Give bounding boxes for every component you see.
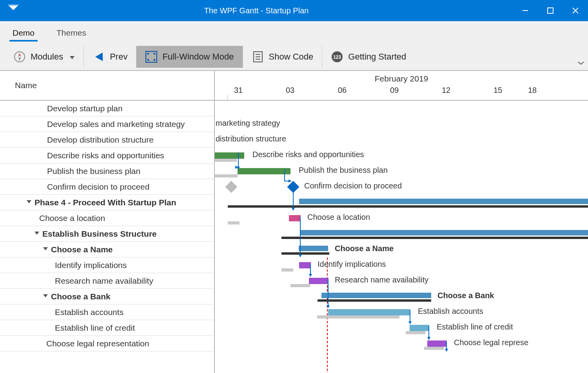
- bar-label: Confirm decision to proceed: [304, 181, 402, 190]
- tab-demo[interactable]: Demo: [9, 24, 38, 41]
- baseline-bar: [281, 268, 293, 272]
- full-window-mode-button[interactable]: Full-Window Mode: [136, 46, 243, 68]
- task-row[interactable]: Develop startup plan: [0, 101, 214, 116]
- svg-rect-3: [548, 8, 553, 13]
- close-button[interactable]: [563, 0, 588, 21]
- summary-baseline: [228, 205, 588, 208]
- baseline-bar: [424, 347, 444, 350]
- task-rows: Develop startup plan Develop sales and m…: [0, 101, 214, 373]
- task-row[interactable]: Identify implications: [0, 257, 214, 273]
- task-row[interactable]: Publish the business plan: [0, 163, 214, 179]
- numbers-badge-icon: 123: [331, 51, 343, 63]
- bar-label: Establish line of credit: [437, 322, 513, 331]
- milestone[interactable]: [287, 181, 299, 193]
- svg-marker-9: [70, 56, 74, 59]
- expander-icon[interactable]: [34, 232, 39, 235]
- getting-started-button[interactable]: 123 Getting Started: [322, 46, 415, 68]
- quick-access-dropdown-icon[interactable]: [8, 5, 19, 14]
- task-row-summary[interactable]: Choose a Bank: [0, 289, 214, 304]
- baseline-bar: [406, 331, 425, 334]
- bar-label: Choose legal represe: [454, 338, 528, 347]
- modules-label: Modules: [31, 52, 63, 62]
- gantt-chart[interactable]: February 2019 31 03 06 09 12 15 18 marke…: [215, 71, 588, 373]
- svg-marker-8: [18, 57, 21, 61]
- toolbar: Modules Prev Full-Window Mode Show Code …: [0, 43, 588, 71]
- fullscreen-icon: [145, 51, 158, 63]
- task-row[interactable]: Confirm decision to proceed: [0, 179, 214, 195]
- task-row[interactable]: Describe risks and opportunities: [0, 148, 214, 163]
- svg-text:123: 123: [333, 54, 341, 60]
- task-row[interactable]: Choose a location: [0, 210, 214, 226]
- summary-bar[interactable]: [299, 199, 588, 204]
- summary-bar[interactable]: [321, 293, 431, 298]
- svg-marker-7: [18, 53, 21, 57]
- baseline-bar: [215, 159, 237, 162]
- minimize-button[interactable]: [513, 0, 538, 21]
- maximize-button[interactable]: [538, 0, 563, 21]
- bar-label: Choose a Name: [335, 244, 394, 253]
- task-bar[interactable]: [427, 340, 447, 347]
- task-bar[interactable]: [238, 168, 290, 174]
- window-title: The WPF Gantt - Startup Plan: [0, 6, 513, 15]
- svg-marker-14: [147, 58, 150, 61]
- show-code-label: Show Code: [269, 52, 314, 62]
- prev-button[interactable]: Prev: [84, 46, 136, 68]
- summary-baseline: [281, 237, 588, 239]
- bar-label: Choose a Bank: [437, 291, 494, 300]
- title-bar: The WPF Gantt - Startup Plan: [0, 0, 588, 21]
- day-cell: 06: [330, 86, 354, 100]
- summary-bar[interactable]: [300, 230, 588, 235]
- task-bar[interactable]: [309, 278, 328, 284]
- task-row-summary[interactable]: Phase 4 - Proceed With Startup Plan: [0, 195, 214, 210]
- bar-label: Describe risks and opportunities: [252, 150, 364, 159]
- svg-marker-13: [153, 53, 155, 55]
- task-bar[interactable]: [299, 262, 311, 268]
- svg-marker-0: [9, 5, 18, 10]
- baseline-bar: [215, 174, 238, 177]
- task-bar[interactable]: [328, 309, 410, 315]
- bar-label: distribution structure: [216, 134, 286, 143]
- task-bar[interactable]: [410, 325, 429, 331]
- expander-icon[interactable]: [43, 247, 48, 250]
- bar-label: Establish accounts: [418, 307, 483, 316]
- task-row-summary[interactable]: Choose a Name: [0, 242, 214, 257]
- bar-label: Publish the business plan: [299, 166, 388, 175]
- task-row-summary[interactable]: Establish Business Structure: [0, 226, 214, 242]
- chart-body: marketing strategy distribution structur…: [215, 101, 588, 373]
- task-grid: Name Develop startup plan Develop sales …: [0, 71, 215, 373]
- task-row[interactable]: Establish line of credit: [0, 320, 214, 336]
- summary-baseline: [281, 252, 329, 255]
- timeline-month: February 2019: [375, 74, 428, 83]
- svg-marker-15: [153, 58, 155, 61]
- bar-label: marketing strategy: [216, 119, 280, 128]
- summary-baseline: [318, 299, 431, 302]
- day-cell: 03: [278, 86, 302, 100]
- baseline-bar: [317, 315, 399, 319]
- timeline-header: February 2019 31 03 06 09 12 15 18: [215, 71, 588, 101]
- gantt-control: Name Develop startup plan Develop sales …: [0, 71, 588, 373]
- document-icon: [252, 51, 264, 63]
- show-code-button[interactable]: Show Code: [243, 46, 323, 68]
- task-row[interactable]: Develop distribution structure: [0, 132, 214, 148]
- day-cell: 15: [486, 86, 510, 100]
- task-bar[interactable]: [289, 215, 301, 221]
- full-window-label: Full-Window Mode: [162, 52, 234, 62]
- modules-button[interactable]: Modules: [5, 46, 84, 68]
- ribbon-overflow-icon[interactable]: [578, 58, 584, 67]
- baseline-bar: [290, 284, 310, 287]
- task-row[interactable]: Choose legal representation: [0, 336, 214, 351]
- tab-themes[interactable]: Themes: [53, 24, 89, 41]
- expander-icon[interactable]: [27, 200, 31, 203]
- summary-bar[interactable]: [299, 246, 328, 251]
- compass-icon: [13, 51, 26, 63]
- expander-icon[interactable]: [43, 294, 48, 297]
- task-row[interactable]: Develop sales and marketing strategy: [0, 116, 214, 132]
- baseline-milestone: [225, 181, 237, 193]
- bar-label: Research name availability: [335, 275, 428, 284]
- task-row[interactable]: Research name availability: [0, 273, 214, 289]
- task-row[interactable]: Establish accounts: [0, 304, 214, 320]
- day-cell: 31: [227, 86, 250, 100]
- triangle-left-icon: [93, 51, 105, 63]
- column-header-name[interactable]: Name: [0, 71, 214, 101]
- task-bar[interactable]: [215, 152, 244, 159]
